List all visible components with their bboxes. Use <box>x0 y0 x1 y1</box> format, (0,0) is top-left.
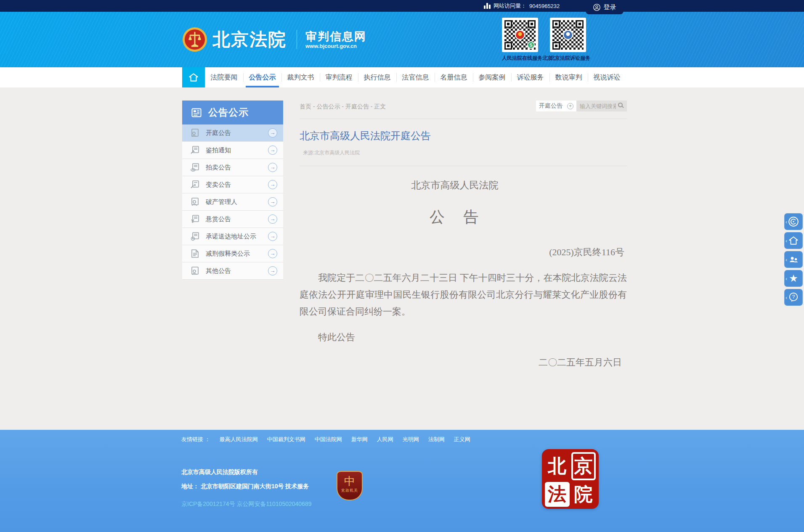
nav-item-announcements[interactable]: 公告公示 <box>243 67 281 87</box>
contacts-icon <box>788 254 799 265</box>
help-icon: ? <box>788 292 799 303</box>
qr-code-image <box>550 18 586 52</box>
nav-item-trial-process[interactable]: 审判流程 <box>320 67 358 87</box>
search-bar: 开庭公告 + <box>536 101 627 111</box>
user-icon <box>593 4 600 11</box>
court-emblem-mini-icon <box>515 30 525 40</box>
main-column: 首页 - 公告公示 - 开庭公告 - 正文 开庭公告 + 北京市高级人民法院开庭… <box>300 101 627 369</box>
seal-char: 法 <box>545 482 570 507</box>
lines-doc-icon <box>190 249 200 259</box>
gov-badge-emblem-icon: 中 <box>337 475 362 488</box>
login-label: 登录 <box>604 3 616 11</box>
login-button[interactable]: 登录 <box>586 0 624 14</box>
nav-item-enforcement[interactable]: 执行信息 <box>358 67 396 87</box>
search-category-select[interactable]: 开庭公告 + <box>536 101 576 111</box>
friend-links-label: 友情链接 ： <box>181 436 210 443</box>
footer-link-supreme-court[interactable]: 最高人民法院网 <box>220 436 258 443</box>
float-online-service-button[interactable]: ‹ <box>784 213 803 230</box>
announcement-document: 北京市高级人民法院 公 告 (2025)京民终116号 我院定于二〇二五年六月二… <box>300 179 627 369</box>
nav-item-judgments[interactable]: 裁判文书 <box>281 67 320 87</box>
bar-chart-icon <box>484 3 491 9</box>
seal-char: 院 <box>571 482 596 507</box>
float-contacts-button[interactable]: ‹ <box>784 251 803 268</box>
site-subtitle: 审判信息网 <box>305 30 366 43</box>
site-brand[interactable]: 北京法院 审判信息网 www.bjcourt.gov.cn <box>182 17 366 62</box>
footer-link-judgment-docs[interactable]: 中国裁判文书网 <box>267 436 305 443</box>
sidebar-item-service-address-publicity[interactable]: 承诺送达地址公示 → <box>182 228 283 245</box>
arrow-circle-icon: → <box>268 180 277 189</box>
person-frame-icon <box>190 197 200 207</box>
seal-char: 京 <box>571 452 596 480</box>
magnifier-icon <box>618 103 623 107</box>
nav-item-litigation-services[interactable]: 诉讼服务 <box>511 67 549 87</box>
sidebar-item-label: 鉴拍通知 <box>206 146 268 154</box>
qr-label: 人民法院在线服务北京 <box>502 55 538 62</box>
topbar: 网站访问量：9045965232 <box>0 0 804 12</box>
sidebar-item-label: 悬赏公告 <box>206 215 268 223</box>
hearing-doc-icon <box>190 128 200 138</box>
copyright-text: 北京市高级人民法院版权所有 <box>181 468 311 476</box>
nav-item-reference-cases[interactable]: 参阅案例 <box>473 67 511 87</box>
site-subtitle-block: 审判信息网 www.bjcourt.gov.cn <box>305 30 366 49</box>
qr-label: 北京法院诉讼服务 <box>550 55 586 62</box>
nav-item-roster-info[interactable]: 名册信息 <box>435 67 473 87</box>
visits-label: 网站访问量： <box>494 2 526 10</box>
float-help-button[interactable]: ‹ ? <box>784 289 803 306</box>
court-emblem-icon <box>182 27 207 52</box>
svg-text:?: ? <box>792 294 795 300</box>
article-title: 北京市高级人民法院开庭公告 <box>300 129 431 143</box>
brand-divider <box>297 30 297 49</box>
search-category-value: 开庭公告 <box>539 102 563 110</box>
arrow-circle-icon: → <box>268 266 277 275</box>
announcement-doc-icon <box>191 107 202 119</box>
breadcrumb-row: 首页 - 公告公示 - 开庭公告 - 正文 开庭公告 + <box>300 101 627 119</box>
arrow-circle-icon: → <box>268 146 277 155</box>
home-icon <box>188 72 199 83</box>
float-favorite-button[interactable]: ‹ ★ <box>784 270 803 287</box>
chevron-left-icon: ‹ <box>785 238 787 244</box>
arrow-circle-icon: → <box>268 232 277 241</box>
sidebar-item-sale-announcements[interactable]: 变卖公告 → <box>182 176 283 193</box>
chevron-left-icon: ‹ <box>785 275 787 282</box>
breadcrumb: 首页 - 公告公示 - 开庭公告 - 正文 <box>300 103 386 111</box>
site-header: 北京法院 审判信息网 www.bjcourt.gov.cn S 人民法院在线服务… <box>0 12 804 67</box>
qr-code-image: S <box>502 18 538 52</box>
home-icon <box>788 235 799 246</box>
sidebar-item-label: 破产管理人 <box>206 198 268 206</box>
sidebar-item-hearing-announcements[interactable]: 开庭公告 → <box>182 124 283 142</box>
footer-link-guangming[interactable]: 光明网 <box>403 436 419 443</box>
footer-link-legal-daily[interactable]: 法制网 <box>428 436 445 443</box>
arrow-circle-icon: → <box>268 163 277 172</box>
sidebar-item-bankruptcy-administrator[interactable]: 破产管理人 → <box>182 193 283 211</box>
sidebar-item-label: 开庭公告 <box>206 129 268 137</box>
nav-item-trial-data[interactable]: 数说审判 <box>549 67 588 87</box>
beijing-court-seal: 北 京 法 院 <box>542 449 599 509</box>
clock-doc-icon <box>190 231 200 241</box>
eye-doc-icon <box>190 162 200 172</box>
sidebar-item-commutation-parole-publicity[interactable]: 减刑假释类公示 → <box>182 245 283 262</box>
footer-link-justice[interactable]: 正义网 <box>454 436 470 443</box>
sidebar-item-label: 其他公告 <box>206 267 268 275</box>
nav-items: 法院要闻 公告公示 裁判文书 审判流程 执行信息 法官信息 名册信息 参阅案例 … <box>205 67 626 87</box>
sidebar-item-reward-announcements[interactable]: 悬赏公告 → <box>182 211 283 228</box>
wechat-icon: S <box>527 41 535 49</box>
footer-link-china-court[interactable]: 中国法院网 <box>315 436 342 443</box>
nav-item-judge-info[interactable]: 法官信息 <box>396 67 435 87</box>
nav-item-court-news[interactable]: 法院要闻 <box>205 67 243 87</box>
sidebar-item-other-announcements[interactable]: 其他公告 → <box>182 262 283 280</box>
footer-link-xinhua[interactable]: 新华网 <box>351 436 368 443</box>
search-button[interactable] <box>618 102 625 110</box>
sidebar-item-appraisal-auction-notice[interactable]: 鉴拍通知 → <box>182 142 283 159</box>
float-home-button[interactable]: ‹ <box>784 232 803 249</box>
sidebar-item-auction-announcements[interactable]: 拍卖公告 → <box>182 159 283 176</box>
sidebar-item-label: 减刑假释类公示 <box>206 250 268 258</box>
footer-link-people[interactable]: 人民网 <box>377 436 393 443</box>
content-area: 公告公示 开庭公告 → 鉴拍通知 → 拍卖公告 → 变卖公告 → <box>0 87 804 430</box>
chevron-left-icon: ‹ <box>785 219 787 225</box>
nav-item-video-litigation[interactable]: 视说诉讼 <box>588 67 626 87</box>
blue-emblem-mini-icon <box>563 30 573 40</box>
arrow-circle-icon: → <box>268 197 277 206</box>
arrow-circle-icon: → <box>268 128 277 138</box>
floating-toolbar: ‹ ‹ ‹ ‹ ★ ‹ <box>784 213 803 308</box>
nav-home-tab[interactable] <box>182 67 205 87</box>
